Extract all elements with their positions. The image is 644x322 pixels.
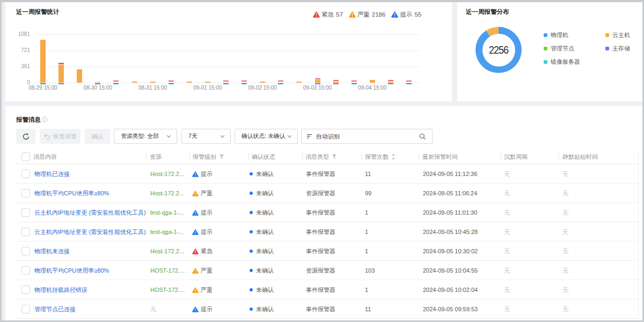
select-all-checkbox[interactable] <box>21 152 30 161</box>
status-dot <box>250 308 253 311</box>
row-checkbox[interactable] <box>21 247 30 255</box>
bar-urgent[interactable] <box>352 80 357 82</box>
message-link[interactable]: 物理机挂载路径错误 <box>34 280 87 299</box>
resource-link[interactable]: HOST-172.... <box>150 261 185 280</box>
bar-info[interactable] <box>169 83 174 84</box>
sort-icon[interactable] <box>391 153 396 160</box>
bar-info[interactable] <box>315 83 320 84</box>
bar-severe[interactable] <box>187 82 192 83</box>
status-dot <box>250 250 253 253</box>
bar-info[interactable] <box>58 83 64 84</box>
row-checkbox[interactable] <box>21 228 30 236</box>
bar-info[interactable] <box>40 83 46 84</box>
search-category-icon <box>307 134 312 139</box>
bar-severe[interactable] <box>315 80 320 83</box>
table-row: 物理机已连接Host-172.2...提示未确认事件报警器112024-09-0… <box>5 164 638 184</box>
message-link[interactable]: 物理机已连接 <box>34 164 70 184</box>
ack-status-select[interactable]: 确认状态: 未确认 <box>235 129 298 144</box>
bar-severe[interactable] <box>260 82 265 83</box>
distribution-legend-item-管理节点[interactable]: 管理节点 <box>544 45 574 52</box>
bar-info[interactable] <box>95 83 100 84</box>
bar-info[interactable] <box>388 83 393 84</box>
bar-severe[interactable] <box>77 69 82 83</box>
bar-info[interactable] <box>352 83 357 84</box>
row-checkbox[interactable] <box>21 208 30 217</box>
column-header-label: 确认状态 <box>252 153 275 161</box>
restore-alarm-button[interactable]: 恢复报警 <box>40 129 80 144</box>
gridline <box>35 50 420 51</box>
bar-severe[interactable] <box>296 82 302 83</box>
bar-info[interactable] <box>241 83 247 84</box>
resource-link[interactable]: Host-172.2... <box>150 241 184 261</box>
resource-type-select[interactable]: 资源类型: 全部 <box>114 129 177 144</box>
message-link[interactable]: 物理机平均CPU使用率≥80% <box>34 261 109 280</box>
bar-urgent[interactable] <box>58 63 64 64</box>
column-header-最新报警时间: 最新报警时间 <box>422 149 458 164</box>
alarm-level-label: 紧急 <box>201 247 213 255</box>
resource-link[interactable]: Host-172.2... <box>150 164 184 184</box>
resource-link[interactable]: test-qga-1-... <box>150 222 184 241</box>
info-icon[interactable] <box>42 116 48 122</box>
column-header-label: 静默起始时间 <box>562 153 598 161</box>
alarm-level: 严重 <box>192 280 213 299</box>
legend-label: 管理节点 <box>551 45 574 53</box>
bar-severe[interactable] <box>58 65 64 83</box>
row-checkbox[interactable] <box>21 286 30 294</box>
latest-alarm-time: 2024-09-05 09:59:53 <box>423 299 478 319</box>
warning-triangle-icon <box>192 229 199 235</box>
row-checkbox[interactable] <box>21 305 30 313</box>
silence-period: 无 <box>504 164 510 184</box>
refresh-button[interactable] <box>16 129 35 144</box>
bar-severe[interactable] <box>40 40 46 83</box>
distribution-legend-item-主存储[interactable]: 主存储 <box>605 45 630 52</box>
bar-severe[interactable] <box>205 82 210 83</box>
time-range-select[interactable]: 7天 <box>181 129 231 144</box>
ack-status: 未确认 <box>250 280 274 299</box>
bar-urgent[interactable] <box>223 80 229 82</box>
filter-icon[interactable] <box>332 154 337 159</box>
column-header-label: 消息内容 <box>33 153 57 161</box>
bar-urgent[interactable] <box>278 80 283 82</box>
row-checkbox[interactable] <box>21 189 30 197</box>
row-checkbox[interactable] <box>21 170 30 178</box>
bar-severe[interactable] <box>150 82 156 83</box>
message-link[interactable]: 物理机平均CPU使用率≥80% <box>34 184 109 203</box>
search-input[interactable]: 自动识别 <box>301 129 433 144</box>
bar-info[interactable] <box>406 83 412 84</box>
bar-urgent[interactable] <box>406 80 412 82</box>
confirm-button[interactable]: 确认 <box>85 129 110 144</box>
bar-severe[interactable] <box>370 80 375 83</box>
latest-alarm-time: 2024-09-05 10:04:55 <box>423 261 478 280</box>
bar-info[interactable] <box>278 83 283 84</box>
x-axis-label: 09-01 15:00 <box>184 85 232 91</box>
resource-link[interactable]: HOST-172.... <box>150 280 185 299</box>
resource-link[interactable]: test-qga-1-... <box>150 203 184 222</box>
bar-urgent[interactable] <box>333 80 339 81</box>
bar-info[interactable] <box>113 83 119 84</box>
bar-urgent[interactable] <box>315 78 320 79</box>
ack-status: 未确认 <box>250 203 274 222</box>
bar-info[interactable] <box>223 83 229 84</box>
message-link[interactable]: 云主机内IP地址变更 (需安装性能优化工具) <box>34 222 146 241</box>
message-link[interactable]: 云主机内IP地址变更 (需安装性能优化工具) <box>34 203 146 222</box>
silence-period: 无 <box>504 280 510 299</box>
row-checkbox[interactable] <box>21 266 30 275</box>
distribution-legend-item-镜像服务器[interactable]: 镜像服务器 <box>544 58 580 65</box>
resource-link[interactable]: Host-172.2... <box>150 184 184 203</box>
distribution-legend-item-物理机[interactable]: 物理机 <box>544 31 568 39</box>
bar-severe[interactable] <box>132 82 137 83</box>
filter-icon[interactable] <box>219 154 224 159</box>
bar-urgent[interactable] <box>169 80 174 82</box>
weekly-alarm-distribution-card: 近一周报警分布 2256 物理机云主机管理节点主存储镜像服务器 <box>457 2 642 101</box>
bar-urgent[interactable] <box>113 80 119 82</box>
search-icon[interactable] <box>419 133 426 140</box>
bar-info[interactable] <box>333 83 339 84</box>
distribution-legend-item-云主机[interactable]: 云主机 <box>605 31 630 39</box>
message-link[interactable]: 管理节点已连接 <box>34 299 76 319</box>
legend-swatch <box>605 33 609 37</box>
bar-urgent[interactable] <box>241 80 247 82</box>
message-link[interactable]: 物理机未连接 <box>34 241 70 261</box>
resource-type-value: 资源类型: 全部 <box>121 133 166 140</box>
bar-urgent[interactable] <box>388 80 393 81</box>
x-axis-label: 08-29 15:00 <box>19 85 67 91</box>
